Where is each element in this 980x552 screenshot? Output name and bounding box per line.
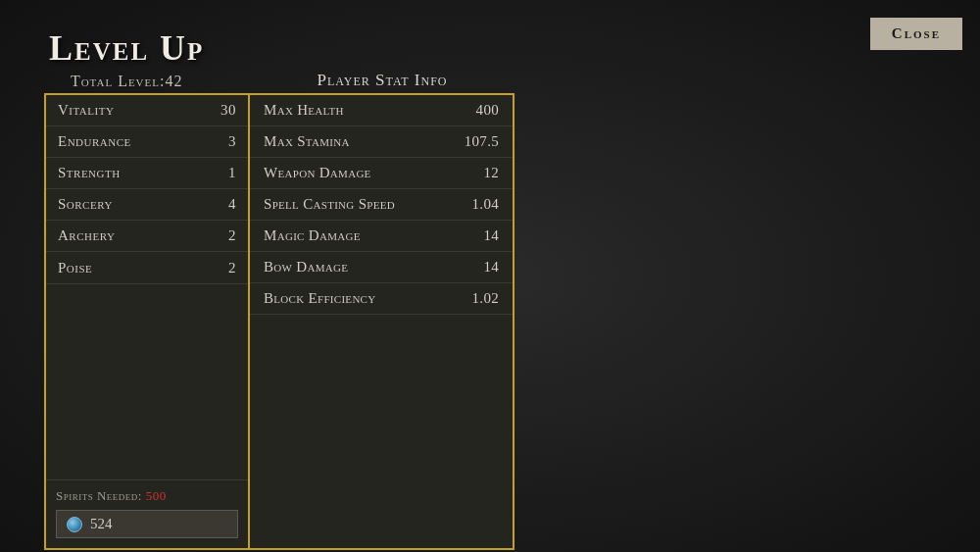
info-stat-name: Spell Casting Speed — [264, 196, 395, 213]
info-stat-name: Max Health — [264, 102, 344, 119]
stat-value: 2 — [228, 227, 236, 244]
stat-row[interactable]: Strength 1 — [46, 158, 248, 189]
player-stat-info-header: Player Stat Info — [250, 71, 514, 90]
spirits-currency-display: 524 — [56, 510, 238, 538]
spirits-needed-value: 500 — [146, 488, 167, 503]
info-stat-row: Max Stamina 107.5 — [250, 126, 513, 158]
stats-empty-space — [46, 283, 248, 479]
stat-value: 1 — [228, 165, 236, 181]
stat-name: Sorcery — [58, 196, 113, 213]
info-stat-row: Max Health 400 — [250, 95, 513, 126]
info-stat-name: Bow Damage — [264, 259, 348, 276]
content-area: Vitality 30 Endurance 3 Strength 1 Sorce… — [44, 93, 514, 550]
info-stat-row: Weapon Damage 12 — [250, 158, 513, 189]
spirits-section: Spirits Needed: 500 524 — [46, 479, 248, 548]
stat-row[interactable]: Poise 2 — [46, 252, 248, 283]
info-stat-value: 14 — [483, 259, 499, 276]
stat-row[interactable]: Sorcery 4 — [46, 189, 248, 221]
stat-value: 4 — [228, 196, 236, 213]
info-stat-row: Block Efficiency 1.02 — [250, 283, 513, 315]
info-stat-value: 12 — [483, 165, 499, 181]
info-stat-name: Block Efficiency — [264, 290, 376, 307]
info-stat-value: 400 — [476, 102, 499, 119]
info-stat-row: Spell Casting Speed 1.04 — [250, 189, 513, 221]
stat-value: 30 — [220, 102, 236, 119]
spirits-needed-label: Spirits Needed: 500 — [56, 488, 238, 504]
info-panel: Max Health 400 Max Stamina 107.5 Weapon … — [250, 93, 514, 550]
stat-name: Vitality — [58, 102, 114, 119]
info-stat-value: 1.02 — [472, 290, 499, 307]
info-stat-name: Max Stamina — [264, 133, 350, 150]
info-empty-space — [250, 315, 513, 511]
stat-name: Poise — [58, 260, 92, 276]
info-stat-name: Weapon Damage — [264, 165, 371, 181]
info-stat-value: 14 — [483, 227, 499, 244]
info-stat-value: 1.04 — [472, 196, 499, 213]
stat-row[interactable]: Vitality 30 — [46, 95, 248, 126]
stats-header — [44, 71, 250, 90]
stat-row[interactable]: Archery 2 — [46, 221, 248, 252]
stat-value: 3 — [228, 133, 236, 150]
stat-name: Strength — [58, 165, 121, 181]
page-title: Level Up — [49, 27, 204, 69]
info-stat-row: Magic Damage 14 — [250, 221, 513, 252]
stats-panel: Vitality 30 Endurance 3 Strength 1 Sorce… — [44, 93, 250, 550]
stat-name: Endurance — [58, 133, 131, 150]
screen: Level Up Total Level:42 Close Player Sta… — [0, 0, 980, 552]
stat-name: Archery — [58, 227, 115, 244]
spirits-amount: 524 — [90, 516, 113, 532]
info-stat-value: 107.5 — [465, 133, 499, 150]
info-stat-row: Bow Damage 14 — [250, 252, 513, 283]
stat-value: 2 — [228, 260, 236, 276]
spirit-orb-icon — [67, 517, 82, 532]
close-button[interactable]: Close — [870, 18, 962, 50]
info-stat-name: Magic Damage — [264, 227, 361, 244]
stat-row[interactable]: Endurance 3 — [46, 126, 248, 158]
panel-headers: Player Stat Info — [44, 71, 514, 90]
